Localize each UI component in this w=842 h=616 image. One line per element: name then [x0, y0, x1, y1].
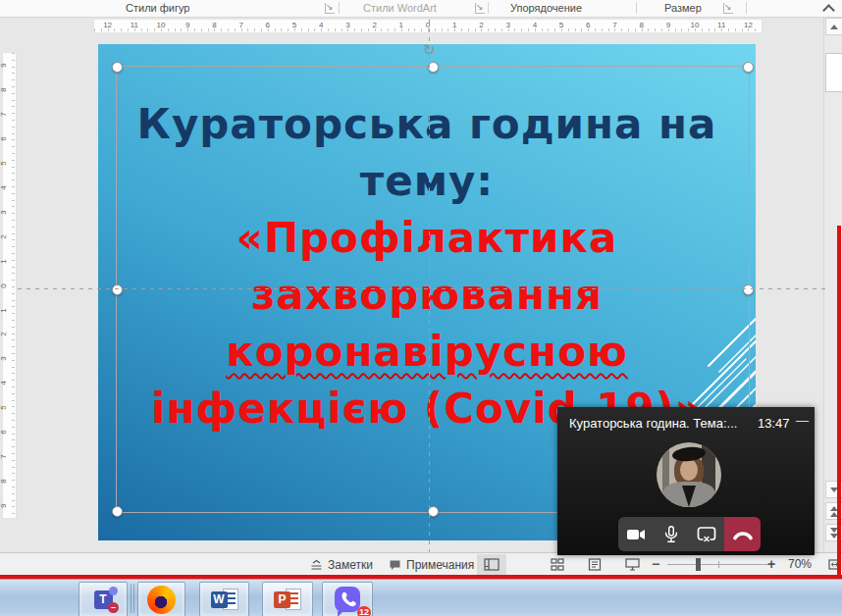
scrollbar-thumb[interactable] [825, 53, 842, 92]
zoom-out-button[interactable]: − [652, 556, 659, 572]
taskbar-separator [133, 584, 134, 613]
ribbon-group-shape-styles[interactable]: Стили фигур [126, 2, 189, 14]
ruler-number: 5 [0, 157, 22, 170]
microphone-button[interactable] [654, 517, 689, 551]
ruler-number: 4 [0, 181, 22, 194]
ribbon-group-wordart-styles[interactable]: Стили WordArt [363, 2, 437, 14]
ruler-number: 7 [0, 450, 22, 463]
group-separator [339, 2, 340, 14]
ruler-number: 12 [735, 20, 762, 32]
caller-avatar [657, 442, 721, 507]
dialog-launcher-icon[interactable]: ↘ [723, 3, 733, 14]
ruler-number: 11 [121, 20, 147, 32]
resize-handle[interactable] [112, 284, 123, 295]
viber-taskbar-button[interactable]: 12 [322, 582, 373, 616]
scroll-up-button[interactable] [825, 18, 842, 35]
dialog-launcher-icon[interactable]: ↘ [475, 3, 485, 14]
ruler-number: 9 [655, 20, 681, 32]
collapse-ribbon-icon[interactable] [822, 4, 835, 17]
powerpoint-taskbar-button[interactable]: P [262, 582, 313, 616]
screen-share-stop-button[interactable] [689, 517, 724, 551]
group-separator [746, 2, 747, 14]
ruler-number: 1 [388, 20, 414, 32]
firefox-taskbar-button[interactable] [137, 582, 185, 616]
group-separator [636, 2, 637, 14]
ruler-number: 5 [281, 20, 307, 32]
ruler-number: 4 [308, 20, 335, 32]
slideshow-button[interactable] [617, 554, 647, 575]
notes-label: Заметки [328, 558, 373, 572]
ruler-number: 2 [0, 328, 22, 340]
ruler-number: 10 [681, 20, 708, 32]
ruler-number: 1 [0, 304, 22, 317]
resize-handle[interactable] [743, 284, 754, 295]
ribbon-group-labels-row: Стили фигур ↘ Стили WordArt ↘ Упорядочен… [0, 0, 842, 18]
group-separator [488, 2, 489, 14]
vertical-ruler: 9876543210123456789 [2, 52, 17, 519]
viber-unread-badge: 12 [357, 606, 371, 616]
ruler-number: 3 [335, 20, 361, 32]
horizontal-guide[interactable] [18, 288, 829, 289]
slide-sorter-button[interactable] [543, 554, 572, 575]
call-duration: 13:47 [758, 416, 790, 431]
share-border-right [837, 226, 841, 575]
minimize-icon[interactable]: — [796, 413, 809, 428]
notes-button[interactable]: Заметки [310, 553, 373, 576]
slideshow-icon [625, 558, 640, 571]
ruler-number: 10 [147, 20, 174, 32]
ribbon-group-arrange[interactable]: Упорядочение [510, 2, 582, 14]
zoom-percentage[interactable]: 70% [788, 557, 812, 571]
camera-button[interactable] [618, 517, 654, 551]
ruler-number: 9 [0, 59, 22, 72]
ruler-number: 6 [575, 20, 602, 32]
ruler-number: 8 [0, 475, 22, 488]
zoom-in-button[interactable]: + [767, 556, 775, 572]
ruler-number: 7 [602, 20, 628, 32]
normal-view-icon [484, 558, 500, 571]
taskbar: T – W P [0, 579, 842, 616]
ruler-number: 3 [495, 20, 521, 32]
word-icon: W [211, 591, 228, 608]
ruler-number: 2 [361, 20, 388, 32]
ruler-number: 4 [521, 20, 548, 32]
ruler-number: 12 [94, 20, 121, 32]
ruler-number: 9 [175, 20, 201, 32]
word-taskbar-button[interactable]: W [199, 582, 249, 616]
zoom-slider-track[interactable] [667, 564, 771, 565]
reading-view-button[interactable] [580, 554, 609, 575]
screen-share-stop-icon [696, 525, 717, 544]
zoom-slider-notch [718, 561, 719, 568]
dialog-launcher-icon[interactable]: ↘ [325, 3, 335, 14]
ruler-number: 3 [0, 206, 22, 219]
hang-up-button[interactable] [724, 517, 761, 551]
teams-taskbar-button[interactable]: T – [79, 582, 128, 616]
resize-handle[interactable] [112, 62, 123, 73]
ruler-number: 8 [0, 83, 22, 96]
resize-handle[interactable] [112, 506, 123, 517]
ruler-number: 6 [0, 426, 22, 438]
ruler-number: 11 [709, 20, 735, 32]
teams-busy-badge: – [108, 602, 119, 613]
microphone-icon [661, 525, 681, 544]
resize-handle[interactable] [743, 62, 754, 73]
ruler-number: 2 [468, 20, 495, 32]
status-bar: Заметки Примечания [0, 552, 842, 576]
ruler-number: 0 [0, 280, 22, 292]
ribbon-group-size[interactable]: Размер [664, 2, 702, 14]
vertical-guide[interactable] [429, 20, 430, 552]
ruler-number: 8 [628, 20, 655, 32]
comments-button[interactable]: Примечания [389, 553, 474, 576]
normal-view-button[interactable] [477, 554, 506, 575]
ruler-number: 6 [0, 132, 22, 145]
ruler-number: 7 [0, 108, 22, 121]
ruler-number: 1 [0, 255, 22, 268]
ruler-number: 1 [442, 20, 468, 32]
powerpoint-window: Стили фигур ↘ Стили WordArt ↘ Упорядочен… [0, 0, 842, 616]
zoom-slider-thumb[interactable] [696, 558, 701, 571]
teams-person-dot [109, 587, 118, 595]
taskbar-separator [131, 584, 132, 613]
ruler-number: 9 [0, 499, 22, 512]
ruler-number: 3 [0, 352, 22, 365]
viber-call-overlay[interactable]: Кураторська година. Тема:... 13:47 — [557, 407, 815, 555]
ruler-number: 5 [548, 20, 574, 32]
